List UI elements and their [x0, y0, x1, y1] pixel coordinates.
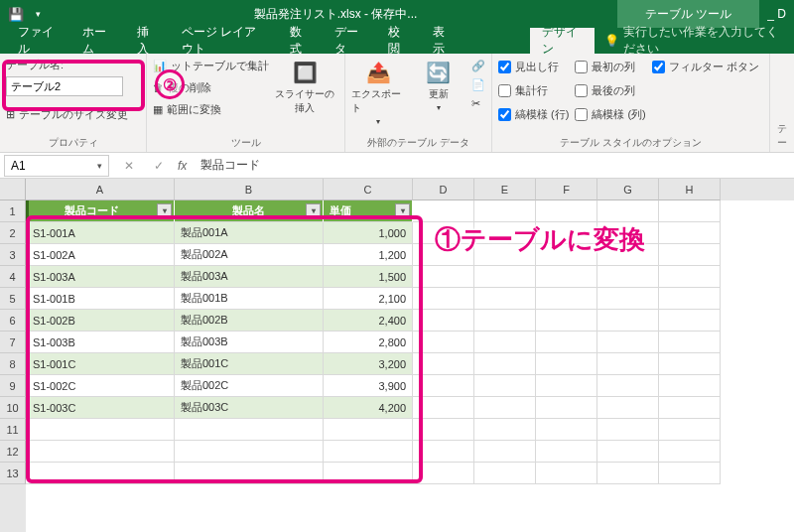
chk-banded-rows[interactable]: 縞模様 (行) [498, 103, 569, 125]
cell[interactable] [26, 441, 175, 463]
table-cell[interactable]: 製品002A [175, 244, 324, 266]
tab-formulas[interactable]: 数式 [278, 28, 323, 54]
row-header-9[interactable]: 9 [0, 375, 26, 397]
row-header-4[interactable]: 4 [0, 266, 26, 288]
cell[interactable] [659, 244, 721, 266]
row-header-10[interactable]: 10 [0, 397, 26, 419]
cell[interactable] [175, 463, 324, 484]
cell[interactable] [474, 375, 536, 397]
col-header-H[interactable]: H [659, 179, 721, 200]
table-cell[interactable]: 3,900 [324, 375, 413, 397]
chk-total-row[interactable]: 集計行 [498, 79, 569, 101]
table-cell[interactable]: 3,200 [324, 353, 413, 375]
cell[interactable] [474, 353, 536, 375]
cell[interactable] [659, 375, 721, 397]
row-header-13[interactable]: 13 [0, 463, 26, 484]
cell[interactable] [597, 441, 659, 463]
col-header-E[interactable]: E [474, 179, 536, 200]
browser-icon[interactable]: 📄 [471, 78, 485, 91]
cell[interactable] [597, 353, 659, 375]
table-cell[interactable]: 2,100 [324, 288, 413, 310]
cell[interactable] [536, 332, 597, 353]
cell[interactable] [474, 310, 536, 332]
cell[interactable] [474, 463, 536, 484]
row-header-1[interactable]: 1 [0, 200, 26, 222]
cell[interactable] [324, 441, 413, 463]
cell[interactable] [413, 266, 474, 288]
cell[interactable] [175, 419, 324, 441]
qat-chevron-icon[interactable]: ▾ [30, 6, 46, 22]
save-icon[interactable]: 💾 [8, 6, 24, 22]
cell[interactable] [324, 419, 413, 441]
cell[interactable] [413, 375, 474, 397]
row-header-12[interactable]: 12 [0, 441, 26, 463]
chk-banded-cols-box[interactable] [575, 108, 588, 121]
cell[interactable] [413, 441, 474, 463]
chk-header-row[interactable]: 見出し行 [498, 56, 569, 77]
table-cell[interactable]: 2,800 [324, 332, 413, 353]
cell[interactable] [413, 397, 474, 419]
row-header-5[interactable]: 5 [0, 288, 26, 310]
row-header-3[interactable]: 3 [0, 244, 26, 266]
table-cell[interactable]: 製品001C [175, 353, 324, 375]
tab-design[interactable]: デザイン [530, 28, 595, 54]
table-cell[interactable]: S1-002B [26, 310, 175, 332]
cell[interactable] [413, 353, 474, 375]
cells[interactable]: 製品コード▾製品名▾単価▾S1-001A製品001A1,000S1-002A製品… [26, 200, 794, 484]
cell[interactable] [536, 397, 597, 419]
chk-filter-button[interactable]: フィルター ボタン [652, 56, 759, 77]
cell[interactable] [474, 200, 536, 222]
cell[interactable] [597, 310, 659, 332]
table-cell[interactable]: S1-003C [26, 397, 175, 419]
cell[interactable] [474, 441, 536, 463]
table-cell[interactable]: S1-002C [26, 375, 175, 397]
table-cell[interactable]: 製品003C [175, 397, 324, 419]
cell[interactable] [659, 419, 721, 441]
chk-first-col[interactable]: 最初の列 [575, 56, 645, 77]
cell[interactable] [536, 266, 597, 288]
export-button[interactable]: 📤 エクスポート ▾ [351, 56, 406, 126]
table-cell[interactable]: S1-003B [26, 332, 175, 353]
cell[interactable] [26, 463, 175, 484]
row-header-2[interactable]: 2 [0, 222, 26, 244]
cell[interactable] [597, 266, 659, 288]
cell[interactable] [413, 288, 474, 310]
cell[interactable] [536, 200, 597, 222]
chk-last-col-box[interactable] [575, 84, 588, 97]
cell[interactable] [597, 419, 659, 441]
cell[interactable] [26, 419, 175, 441]
cell[interactable] [659, 353, 721, 375]
insert-slicer[interactable]: 🔲 スライサーの挿入 [275, 56, 334, 115]
cell[interactable] [659, 441, 721, 463]
filter-button-icon[interactable]: ▾ [157, 203, 172, 218]
table-cell[interactable]: 製品002C [175, 375, 324, 397]
tell-me[interactable]: 💡 実行したい作業を入力してください [595, 28, 794, 54]
name-box[interactable]: A1 ▾ [4, 155, 109, 177]
resize-table[interactable]: ⊞ テーブルのサイズ変更 [6, 104, 128, 124]
props-icon[interactable]: 🔗 [471, 60, 485, 72]
table-cell[interactable]: S1-003A [26, 266, 175, 288]
col-header-A[interactable]: A [26, 179, 175, 200]
cell[interactable] [659, 288, 721, 310]
cell[interactable] [474, 288, 536, 310]
convert-to-range[interactable]: ▦範囲に変換 [153, 99, 269, 119]
fx-icon[interactable]: fx [178, 159, 187, 173]
cell[interactable] [536, 353, 597, 375]
cell[interactable] [413, 463, 474, 484]
table-cell[interactable]: S1-001A [26, 222, 175, 244]
col-header-D[interactable]: D [413, 179, 474, 200]
cell[interactable] [659, 397, 721, 419]
tab-data[interactable]: データ [323, 28, 377, 54]
cell[interactable] [536, 463, 597, 484]
cell[interactable] [536, 288, 597, 310]
formula-input[interactable]: 製品コード [195, 157, 794, 174]
table-cell[interactable]: 1,200 [324, 244, 413, 266]
cell[interactable] [413, 332, 474, 353]
enter-icon[interactable]: ✓ [148, 159, 170, 173]
cell[interactable] [413, 419, 474, 441]
table-cell[interactable]: 製品003A [175, 266, 324, 288]
cell[interactable] [659, 200, 721, 222]
cell[interactable] [597, 288, 659, 310]
cell[interactable] [659, 222, 721, 244]
cell[interactable] [659, 310, 721, 332]
